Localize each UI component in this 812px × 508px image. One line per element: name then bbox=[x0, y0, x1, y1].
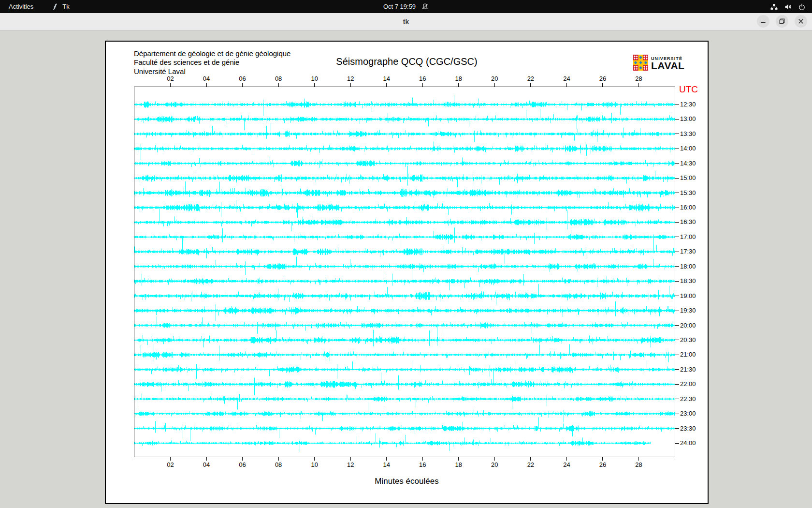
utc-row-tick bbox=[675, 296, 679, 296]
address-line: Université Laval bbox=[134, 67, 290, 76]
x-tick-top bbox=[242, 83, 243, 87]
utc-row-label: 21:30 bbox=[680, 366, 696, 373]
x-tick-label-bottom: 12 bbox=[347, 461, 354, 468]
restore-button[interactable] bbox=[776, 15, 788, 28]
x-tick-label-top: 12 bbox=[347, 75, 354, 82]
x-tick-label-bottom: 14 bbox=[383, 461, 390, 468]
utc-row-tick bbox=[675, 149, 679, 149]
utc-row-tick bbox=[675, 134, 679, 134]
notifications-disabled-icon bbox=[421, 3, 429, 10]
utc-row-label: 17:30 bbox=[680, 248, 696, 255]
x-tick-bottom bbox=[530, 457, 531, 461]
app-menu-label: Tk bbox=[62, 3, 69, 10]
system-status-menu[interactable] bbox=[764, 0, 812, 13]
x-tick-label-top: 28 bbox=[635, 75, 642, 82]
utc-row-label: 16:30 bbox=[680, 218, 696, 225]
utc-row-label: 23:00 bbox=[680, 410, 696, 417]
x-tick-label-top: 20 bbox=[491, 75, 498, 82]
utc-row-tick bbox=[675, 428, 679, 429]
utc-row-tick bbox=[675, 208, 679, 208]
x-axis-title: Minutes écoulées bbox=[106, 477, 708, 486]
volume-icon bbox=[784, 3, 792, 10]
x-tick-label-top: 04 bbox=[203, 75, 210, 82]
utc-row-label: 18:30 bbox=[680, 277, 696, 284]
x-tick-label-top: 18 bbox=[455, 75, 462, 82]
utc-row-label: 13:30 bbox=[680, 130, 696, 137]
utc-row-tick bbox=[675, 443, 679, 444]
x-tick-label-bottom: 20 bbox=[491, 461, 498, 468]
close-button[interactable] bbox=[795, 15, 807, 28]
x-tick-label-bottom: 06 bbox=[239, 461, 246, 468]
x-tick-top bbox=[278, 83, 279, 87]
x-tick-top bbox=[566, 83, 567, 87]
minimize-button[interactable] bbox=[757, 15, 769, 28]
utc-row-label: 22:00 bbox=[680, 380, 696, 388]
x-tick-label-top: 02 bbox=[167, 75, 174, 82]
plot-title: Séismographe QCQ (CGC/GSC) bbox=[106, 56, 708, 67]
desktop: Activities Tk Oct 7 19:59 bbox=[0, 0, 812, 508]
x-tick-top bbox=[170, 83, 171, 87]
x-tick-label-top: 22 bbox=[527, 75, 534, 82]
x-tick-label-bottom: 26 bbox=[599, 461, 606, 468]
utc-row-tick bbox=[675, 281, 679, 282]
x-tick-bottom bbox=[638, 457, 639, 461]
x-tick-bottom bbox=[602, 457, 603, 461]
utc-row-label: 21:00 bbox=[680, 351, 696, 358]
x-tick-label-bottom: 02 bbox=[167, 461, 174, 468]
x-tick-top bbox=[422, 83, 423, 87]
clock-menu[interactable]: Oct 7 19:59 bbox=[377, 0, 435, 13]
utc-row-tick bbox=[675, 311, 679, 311]
utc-row-label: 22:30 bbox=[680, 395, 696, 403]
utc-row-tick bbox=[675, 237, 679, 237]
x-tick-bottom bbox=[170, 457, 171, 461]
activities-button[interactable]: Activities bbox=[3, 0, 39, 13]
network-icon bbox=[770, 3, 778, 10]
x-tick-top bbox=[386, 83, 387, 87]
utc-row-label: 17:00 bbox=[680, 233, 696, 240]
universite-laval-logo: UNIVERSITÉ LAVAL bbox=[633, 55, 684, 73]
utc-row-tick bbox=[675, 178, 679, 179]
seismograph-paper: Département de géologie et de génie géol… bbox=[105, 41, 709, 504]
x-tick-bottom bbox=[386, 457, 387, 461]
x-tick-label-top: 16 bbox=[419, 75, 426, 82]
x-tick-label-bottom: 04 bbox=[203, 461, 210, 468]
x-tick-bottom bbox=[206, 457, 207, 461]
utc-row-label: 14:00 bbox=[680, 145, 696, 152]
utc-row-label: 20:30 bbox=[680, 336, 696, 344]
utc-row-label: 23:30 bbox=[680, 425, 696, 432]
window-titlebar[interactable]: tk bbox=[0, 13, 812, 30]
x-tick-top bbox=[494, 83, 495, 87]
utc-row-tick bbox=[675, 119, 679, 120]
utc-row-label: 15:00 bbox=[680, 174, 696, 181]
x-tick-bottom bbox=[458, 457, 459, 461]
x-tick-top bbox=[458, 83, 459, 87]
x-tick-label-bottom: 08 bbox=[275, 461, 282, 468]
utc-row-tick bbox=[675, 222, 679, 223]
x-tick-bottom bbox=[422, 457, 423, 461]
app-menu[interactable]: Tk bbox=[47, 0, 74, 13]
utc-row-tick bbox=[675, 105, 679, 105]
utc-row-tick bbox=[675, 355, 679, 355]
x-tick-label-bottom: 24 bbox=[563, 461, 570, 468]
x-tick-label-bottom: 22 bbox=[527, 461, 534, 468]
x-tick-label-top: 14 bbox=[383, 75, 390, 82]
utc-row-label: 20:00 bbox=[680, 322, 696, 329]
x-tick-bottom bbox=[494, 457, 495, 461]
x-tick-top bbox=[530, 83, 531, 87]
utc-row-tick bbox=[675, 163, 679, 164]
x-tick-label-bottom: 16 bbox=[419, 461, 426, 468]
x-tick-top bbox=[314, 83, 315, 87]
utc-row-tick bbox=[675, 399, 679, 399]
utc-row-label: 13:00 bbox=[680, 115, 696, 122]
x-tick-label-top: 06 bbox=[239, 75, 246, 82]
tk-icon bbox=[52, 3, 59, 10]
power-icon bbox=[798, 3, 805, 10]
utc-row-label: 15:30 bbox=[680, 189, 696, 196]
utc-row-label: 16:00 bbox=[680, 204, 696, 211]
window-title: tk bbox=[403, 18, 409, 26]
utc-row-label: 19:00 bbox=[680, 292, 696, 299]
plot-frame: 0202040406060808101012121414161618182020… bbox=[134, 87, 675, 457]
x-tick-bottom bbox=[566, 457, 567, 461]
clock: Oct 7 19:59 bbox=[383, 3, 416, 10]
x-tick-label-top: 10 bbox=[311, 75, 318, 82]
